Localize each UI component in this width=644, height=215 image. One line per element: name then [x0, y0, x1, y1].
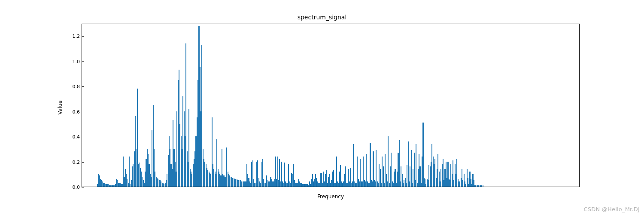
y-tick-label: 0.8: [73, 84, 80, 89]
spectrum-bar: [388, 136, 389, 187]
y-tick-label: 0.2: [73, 159, 80, 165]
spectrum-bar: [376, 150, 377, 187]
figure: spectrum_signal Value 0.00.20.40.60.81.0…: [0, 0, 644, 215]
spectrum-bar: [411, 150, 412, 187]
spectrum-bar: [399, 140, 400, 187]
spectrum-bar: [408, 141, 409, 187]
y-tick-label: 0.0: [73, 184, 80, 190]
y-tick-label: 0.6: [73, 109, 80, 114]
spectrum-bar: [129, 157, 130, 187]
y-tick-label: 1.0: [73, 58, 80, 64]
spectrum-bars: [82, 24, 579, 187]
chart-title: spectrum_signal: [0, 14, 644, 21]
plot-area: [82, 24, 580, 187]
spectrum-bar: [422, 123, 423, 187]
spectrum-bar: [416, 144, 416, 187]
y-tick-label: 1.2: [73, 34, 80, 39]
watermark-text: CSDN @Hello_Mr.DJ: [584, 206, 640, 212]
y-axis-label: Value: [56, 0, 64, 215]
x-axis-label: Frequency: [82, 194, 580, 200]
y-tick-label: 0.4: [73, 134, 80, 140]
spectrum-bar: [483, 185, 483, 187]
spectrum-bar: [353, 144, 354, 187]
